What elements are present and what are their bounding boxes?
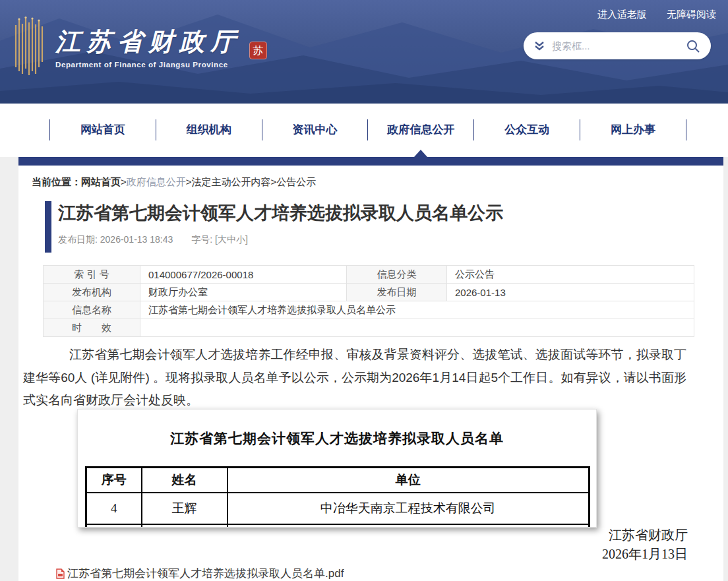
breadcrumb-prefix: 当前位置： [32, 176, 81, 187]
publisher-value: 财政厅办公室 [140, 284, 347, 301]
nav-item-interaction[interactable]: 公众互动 [473, 119, 580, 140]
index-number-value: 014000677/2026-00018 [140, 266, 347, 284]
breadcrumb-home[interactable]: 网站首页 [81, 176, 121, 187]
breadcrumb-disclosure[interactable]: 法定主动公开内容 [192, 176, 271, 187]
nav-separator [686, 119, 686, 140]
publish-date-label: 发布日期: [58, 234, 100, 245]
site-logo[interactable]: 江苏省财政厅 苏 Department of Finance of Jiangs… [13, 16, 267, 75]
table-row: 发布机构 财政厅办公室 发布日期 2026-01-13 [44, 284, 694, 301]
table-row: 序号 姓名 单位 [86, 468, 590, 493]
table-row: 4 王辉 中冶华天南京工程技术有限公司 [86, 493, 590, 524]
roster-title: 江苏省第七期会计领军人才选拔培养拟录取人员名单 [78, 429, 596, 448]
accessibility-link[interactable]: 无障碍阅读 [667, 9, 716, 20]
signature-date: 2026年1月13日 [602, 545, 688, 563]
publish-date: 2026-01-13 18:43 [100, 234, 173, 245]
attachment-filename[interactable]: 江苏省第七期会计领军人才培养选拔拟录取人员名单.pdf [67, 566, 344, 581]
breadcrumb: 当前位置：网站首页>政府信息公开>法定主动公开内容>公告公示 [32, 176, 316, 189]
validity-label: 时 效 [44, 319, 140, 337]
logo-pipes-icon [13, 16, 46, 75]
roster-cell-no: 4 [86, 493, 142, 524]
site-title: 江苏省财政厅 [55, 28, 241, 55]
nav-item-gov-info[interactable]: 政府信息公开 [367, 119, 473, 140]
breadcrumb-separator: > [186, 176, 192, 187]
search-box[interactable] [524, 32, 711, 59]
roster-scan-image: 江苏省第七期会计领军人才选拔培养拟录取人员名单 序号 姓名 单位 4 王辉 中冶… [77, 409, 597, 528]
col-header-org: 单位 [228, 468, 590, 493]
active-tab-pointer [414, 150, 427, 157]
attachment-link[interactable]: 江苏省第七期会计领军人才培养选拔拟录取人员名单.pdf [55, 566, 344, 581]
nav-item-organization[interactable]: 组织机构 [156, 119, 262, 140]
release-date-label: 发布日期 [347, 284, 447, 301]
document-meta-table: 索 引 号 014000677/2026-00018 信息分类 公示公告 发布机… [43, 265, 694, 337]
pdf-icon [55, 568, 65, 579]
table-row: 信息名称 江苏省第七期会计领军人才培养选拔拟录取人员名单公示 [44, 301, 694, 319]
table-row-clipped [86, 524, 590, 528]
release-date-value: 2026-01-13 [447, 284, 694, 301]
nav-item-services[interactable]: 网上办事 [580, 119, 686, 140]
info-name-value: 江苏省第七期会计领军人才培养选拔拟录取人员名单公示 [140, 301, 694, 319]
breadcrumb-gov-info[interactable]: 政府信息公开 [127, 176, 186, 187]
roster-table: 序号 姓名 单位 4 王辉 中冶华天南京工程技术有限公司 [85, 466, 590, 528]
validity-value [140, 319, 694, 337]
nav-accent-strip [18, 157, 723, 166]
announcement-paragraph: 江苏省第七期会计领军人才选拔培养工作经申报、审核及背景资料评分、选拔笔试、选拔面… [23, 344, 686, 412]
search-input[interactable] [552, 40, 686, 51]
info-category-label: 信息分类 [347, 266, 447, 284]
breadcrumb-separator: > [271, 176, 277, 187]
site-subtitle: Department of Finance of Jiangsu Provinc… [55, 61, 267, 69]
signature-organization: 江苏省财政厅 [609, 526, 688, 544]
col-header-name: 姓名 [142, 468, 228, 493]
table-row: 索 引 号 014000677/2026-00018 信息分类 公示公告 [44, 266, 694, 284]
roster-cell-name: 王辉 [142, 493, 228, 524]
article-meta-line: 发布日期: 2026-01-13 18:43字号: [大中小] [58, 234, 248, 246]
roster-cell-org: 中冶华天南京工程技术有限公司 [228, 493, 590, 524]
title-accent-bar [45, 201, 51, 253]
nav-item-home[interactable]: 网站首页 [49, 119, 156, 140]
index-number-label: 索 引 号 [44, 266, 140, 284]
font-size-switcher[interactable]: [大中小] [215, 234, 248, 245]
content-card: 当前位置：网站首页>政府信息公开>法定主动公开内容>公告公示 江苏省第七期会计领… [18, 166, 723, 581]
page-title: 江苏省第七期会计领军人才培养选拔拟录取人员名单公示 [58, 201, 691, 225]
site-header: 进入适老版 无障碍阅读 江苏省财政厅 苏 Department of Finan… [0, 0, 728, 104]
info-name-label: 信息名称 [44, 301, 140, 319]
table-row: 时 效 [44, 319, 694, 337]
search-icon[interactable] [686, 39, 700, 53]
publisher-label: 发布机构 [44, 284, 140, 301]
main-nav: 网站首页 组织机构 资讯中心 政府信息公开 公众互动 网上办事 [0, 104, 728, 157]
double-chevron-down-icon[interactable] [533, 40, 546, 53]
su-seal-icon: 苏 [249, 42, 267, 59]
nav-item-news[interactable]: 资讯中心 [262, 119, 368, 140]
font-size-label: 字号: [191, 234, 215, 245]
elder-mode-link[interactable]: 进入适老版 [597, 9, 647, 20]
breadcrumb-announcements[interactable]: 公告公示 [276, 176, 316, 187]
info-category-value: 公示公告 [447, 266, 694, 284]
breadcrumb-separator: > [121, 176, 127, 187]
col-header-no: 序号 [86, 468, 142, 493]
